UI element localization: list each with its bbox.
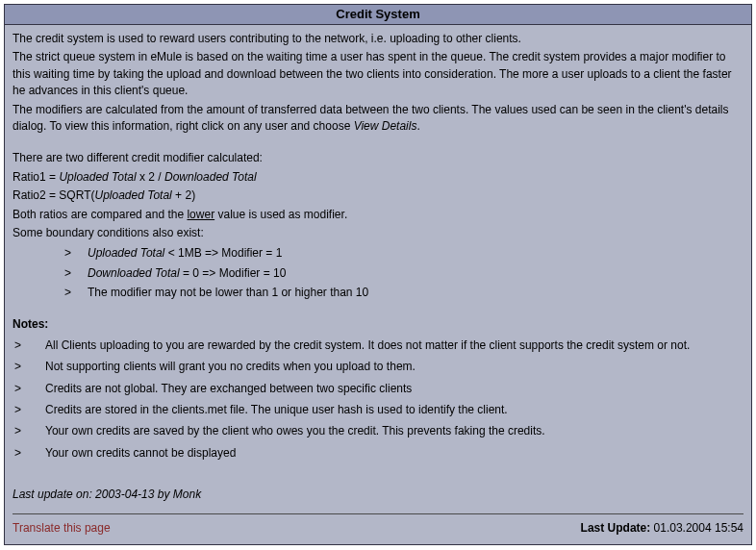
notes-heading: Notes: [13, 316, 743, 333]
footer-last-update: Last Update: 01.03.2004 15:54 [581, 520, 743, 537]
translate-link[interactable]: Translate this page [13, 520, 111, 537]
ratio2-post: + 2) [172, 188, 195, 202]
intro-p3-end: . [416, 119, 419, 133]
intro-p3: The modifiers are calculated from the am… [13, 102, 743, 136]
cond2-a: Downloaded Total [88, 266, 180, 280]
compare-a: Both ratios are compared and the [13, 208, 187, 221]
note-item-6: Your own credits cannot be displayed [13, 445, 743, 462]
note-item-1: All Clients uploading to you are rewarde… [13, 338, 743, 354]
calc-lead: There are two different credit modifier … [13, 150, 743, 166]
footer-bar: Translate this page Last Update: 01.03.2… [13, 513, 743, 537]
content-last-update: Last update on: 2003-04-13 by Monk [13, 487, 743, 503]
ratio1-line: Ratio1 = Uploaded Total x 2 / Downloaded… [13, 169, 743, 186]
ratio2-line: Ratio2 = SQRT(Uploaded Total + 2) [13, 188, 743, 204]
panel-content: The credit system is used to reward user… [5, 25, 751, 544]
compare-b: value is used as modifier. [214, 208, 347, 221]
cond3-text: The modifier may not be lower than 1 or … [88, 286, 368, 299]
compare-lower: lower [187, 208, 214, 221]
cond2-b: = 0 => Modifier = 10 [180, 266, 287, 280]
ratio2-pre: Ratio2 = SQRT( [13, 188, 94, 202]
compare-line: Both ratios are compared and the lower v… [13, 207, 743, 223]
panel-title: Credit System [5, 5, 751, 25]
cond1-a: Uploaded Total [88, 246, 164, 260]
boundary-lead: Some boundary conditions also exist: [13, 225, 743, 241]
credit-system-panel: Credit System The credit system is used … [4, 4, 752, 545]
intro-p1: The credit system is used to reward user… [13, 31, 743, 47]
footer-last-update-label: Last Update: [581, 521, 651, 535]
boundary-item-3: The modifier may not be lower than 1 or … [64, 285, 743, 301]
ratio2-a: Uploaded Total [94, 188, 171, 202]
note-item-5: Your own credits are saved by the client… [13, 423, 743, 439]
note-item-4: Credits are stored in the clients.met fi… [13, 402, 743, 418]
intro-p2: The strict queue system in eMule is base… [13, 49, 743, 99]
boundary-item-2: Downloaded Total = 0 => Modifier = 10 [64, 265, 743, 282]
ratio1-b: Downloaded Total [164, 170, 257, 184]
boundary-item-1: Uploaded Total < 1MB => Modifier = 1 [64, 245, 743, 262]
ratio1-pre: Ratio1 = [13, 170, 59, 184]
notes-list: All Clients uploading to you are rewarde… [13, 338, 743, 462]
ratio1-a: Uploaded Total [59, 170, 136, 184]
footer-last-update-value: 01.03.2004 15:54 [650, 521, 743, 535]
note-item-2: Not supporting clients will grant you no… [13, 359, 743, 375]
ratio1-mid: x 2 / [137, 170, 164, 184]
boundary-list: Uploaded Total < 1MB => Modifier = 1 Dow… [13, 245, 743, 301]
cond1-b: < 1MB => Modifier = 1 [164, 246, 282, 260]
note-item-3: Credits are not global. They are exchang… [13, 381, 743, 397]
view-details-label: View Details [354, 119, 417, 133]
